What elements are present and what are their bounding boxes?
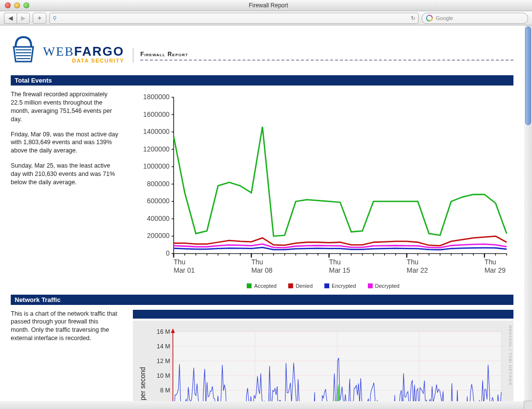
svg-text:Mar 22: Mar 22 — [407, 266, 428, 274]
events-chart-container: 0200000400000600000800000100000012000001… — [133, 90, 513, 289]
window-controls — [0, 2, 54, 8]
report-title: Firewall Report — [140, 51, 513, 58]
svg-text:Thu: Thu — [252, 258, 263, 266]
site-icon: ⚲ — [53, 15, 57, 22]
resize-corner[interactable] — [524, 401, 532, 409]
section-heading-events: Total Events — [11, 75, 513, 86]
svg-text:1000000: 1000000 — [143, 162, 170, 170]
svg-text:400000: 400000 — [147, 215, 170, 222]
nav-buttons: ◀ ▶ — [4, 13, 30, 24]
google-icon — [426, 15, 433, 22]
chart-credit: RRDTOOL / TOBI OETIKER — [508, 325, 512, 386]
svg-text:Bits per second: Bits per second — [139, 367, 147, 401]
traffic-chart-topbar — [133, 310, 513, 319]
svg-text:16 M: 16 M — [157, 328, 170, 335]
window-titlebar: Firewall Report — [0, 0, 532, 11]
svg-text:12 M: 12 M — [157, 357, 170, 364]
browser-toolbar: ◀ ▶ ＋ ⚲ ↻ Google — [0, 11, 532, 25]
brand-text: WEBFARGO DATA SECURITY — [43, 45, 124, 64]
svg-text:1200000: 1200000 — [143, 145, 170, 153]
brand-fargo: FARGO — [74, 45, 124, 58]
brand-web: WEB — [43, 45, 74, 58]
legend-item-denied: Denied — [288, 283, 313, 289]
svg-text:0: 0 — [166, 249, 170, 257]
forward-button[interactable]: ▶ — [17, 13, 30, 24]
page-header: WEBFARGO DATA SECURITY Firewall Report — [11, 34, 513, 64]
svg-text:1800000: 1800000 — [143, 93, 170, 101]
brand-sub: DATA SECURITY — [43, 58, 124, 64]
traffic-chart: 0 2 M4 M6 M8 M10 M12 M14 M16 M01-Mar-201… — [136, 323, 513, 402]
svg-text:Mar 01: Mar 01 — [173, 266, 195, 274]
svg-text:14 M: 14 M — [157, 343, 170, 349]
events-p2: Friday, Mar 09, was the most active day … — [11, 130, 118, 155]
address-bar[interactable]: ⚲ ↻ — [49, 13, 419, 24]
svg-text:Mar 15: Mar 15 — [329, 266, 351, 274]
section-heading-traffic: Network Traffic — [11, 295, 513, 305]
minimize-window-button[interactable] — [14, 2, 20, 8]
traffic-p1: This is a chart of the network traffic t… — [11, 310, 118, 343]
page-content: WEBFARGO DATA SECURITY Firewall Report T… — [0, 25, 524, 401]
search-field[interactable]: Google — [422, 13, 528, 24]
svg-text:600000: 600000 — [147, 197, 170, 205]
legend-item-decrypted: Decrypted — [368, 283, 400, 289]
svg-text:10 M: 10 M — [157, 372, 170, 379]
vertical-scroll-thumb[interactable] — [525, 26, 531, 125]
svg-text:1600000: 1600000 — [143, 110, 170, 118]
svg-text:200000: 200000 — [147, 232, 170, 239]
window-title: Firewall Report — [54, 2, 483, 9]
events-p3: Sunday, Mar 25, was the least active day… — [11, 162, 118, 187]
svg-text:Thu: Thu — [407, 258, 419, 266]
traffic-chart-container: RRDTOOL / TOBI OETIKER 0 2 M4 M6 M8 M10 … — [133, 310, 513, 402]
svg-text:Thu: Thu — [173, 258, 185, 266]
svg-text:800000: 800000 — [147, 180, 170, 188]
events-p1: The firewall recorded approximately 22.5… — [11, 90, 118, 124]
svg-text:1400000: 1400000 — [143, 128, 170, 135]
zoom-window-button[interactable] — [23, 2, 29, 8]
svg-text:8 M: 8 M — [160, 387, 170, 393]
traffic-summary: This is a chart of the network traffic t… — [11, 310, 118, 350]
legend-item-accepted: Accepted — [247, 283, 277, 289]
svg-text:Mar 29: Mar 29 — [485, 266, 506, 274]
horizontal-scrollbar[interactable] — [0, 401, 524, 409]
events-legend: AcceptedDeniedEncryptedDecrypted — [133, 283, 513, 289]
close-window-button[interactable] — [5, 2, 11, 8]
report-title-block: Firewall Report — [133, 48, 513, 63]
padlock-icon — [11, 34, 36, 64]
back-button[interactable]: ◀ — [4, 13, 17, 24]
add-button[interactable]: ＋ — [33, 13, 46, 24]
reload-button[interactable]: ↻ — [411, 15, 415, 22]
legend-item-encrypted: Encrypted — [324, 283, 356, 289]
svg-text:Thu: Thu — [329, 258, 341, 266]
svg-text:Thu: Thu — [485, 258, 496, 266]
svg-text:Mar 08: Mar 08 — [252, 266, 273, 274]
events-chart: 0200000400000600000800000100000012000001… — [133, 90, 513, 281]
vertical-scrollbar[interactable] — [524, 25, 532, 401]
events-summary: The firewall recorded approximately 22.5… — [11, 90, 118, 194]
search-placeholder: Google — [436, 15, 453, 21]
